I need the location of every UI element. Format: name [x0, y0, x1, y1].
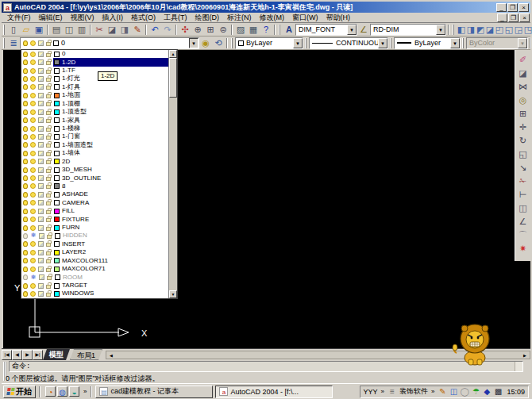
layer-thaw-sun-icon[interactable]: [30, 209, 36, 214]
tab-model[interactable]: 模型: [43, 349, 70, 360]
new-file-icon[interactable]: ▯: [7, 24, 20, 36]
layer-lock-icon[interactable]: [46, 194, 51, 198]
doc-close-button[interactable]: ×: [519, 13, 530, 22]
layer-thaw-sun-icon[interactable]: [30, 225, 36, 231]
layer-thaw-sun-icon[interactable]: [30, 200, 36, 205]
layer-frozen-snowflake-icon[interactable]: ❄: [30, 274, 37, 281]
toolbar-grip[interactable]: [390, 38, 391, 48]
layer-on-bulb-icon[interactable]: [23, 159, 28, 164]
doc-minimize-button[interactable]: _: [497, 13, 507, 22]
scroll-right-icon[interactable]: ▶: [520, 351, 530, 359]
menu-item-10[interactable]: 帮助(H): [322, 13, 355, 22]
layer-color-swatch[interactable]: [54, 225, 60, 231]
layer-on-bulb-icon[interactable]: [23, 175, 28, 181]
close-button[interactable]: ×: [519, 3, 529, 12]
restore-button[interactable]: ❐: [507, 3, 518, 12]
layer-on-bulb-icon[interactable]: [23, 291, 28, 297]
layer-row-FIXTURE[interactable]: FIXTURE: [21, 215, 177, 223]
layer-on-bulb-icon[interactable]: [23, 267, 28, 272]
explode-icon[interactable]: ✷: [517, 242, 530, 255]
layer-color-swatch[interactable]: [54, 101, 60, 106]
layer-lock-icon[interactable]: [47, 235, 52, 239]
tray-ring-icon[interactable]: ◯: [460, 387, 469, 397]
layer-on-bulb-icon[interactable]: [23, 52, 28, 57]
layer-row-1-墙体[interactable]: 1-墙体: [21, 149, 177, 157]
layer-lock-icon[interactable]: [46, 70, 51, 74]
layer-viewport-freeze-icon[interactable]: [38, 283, 44, 289]
menu-item-4[interactable]: 格式(O): [127, 13, 160, 22]
layer-on-bulb-icon[interactable]: [23, 59, 28, 65]
layer-thaw-sun-icon[interactable]: [30, 101, 36, 106]
rotate-icon[interactable]: ↻: [517, 134, 530, 148]
tray-network-icon[interactable]: ◫: [449, 387, 458, 397]
layer-viewport-freeze-icon[interactable]: [39, 274, 44, 280]
layer-on-bulb-icon[interactable]: [23, 283, 28, 289]
menu-item-2[interactable]: 视图(V): [67, 13, 98, 22]
layer-lock-icon[interactable]: [46, 152, 51, 156]
mirror-icon[interactable]: ⋈: [517, 80, 530, 94]
chevron-more-icon[interactable]: »: [380, 388, 385, 395]
layer-lock-icon[interactable]: [46, 285, 51, 289]
stretch-icon[interactable]: ↘: [517, 161, 530, 175]
layer-on-bulb-icon[interactable]: [23, 192, 28, 198]
layer-viewport-freeze-icon[interactable]: [38, 68, 44, 74]
copy-icon[interactable]: ◪: [106, 24, 118, 36]
notepad-icon[interactable]: ▤: [99, 387, 108, 396]
layer-on-bulb-icon[interactable]: [23, 84, 28, 90]
layer-on-bulb-icon[interactable]: [23, 200, 28, 205]
layer-row-1-楼梯[interactable]: 1-楼梯: [21, 125, 177, 132]
layer-viewport-freeze-icon[interactable]: [38, 192, 44, 198]
layer-thaw-sun-icon[interactable]: [30, 117, 36, 123]
layer-on-bulb-icon[interactable]: [23, 225, 28, 231]
layer-lock-icon[interactable]: [46, 169, 51, 173]
layer-viewport-freeze-icon[interactable]: [39, 233, 44, 239]
save-floppy-icon[interactable]: ▣: [33, 24, 45, 36]
toolbar-grip[interactable]: [305, 38, 306, 48]
layer-viewport-freeze-icon[interactable]: [38, 117, 44, 123]
layer-lock-icon[interactable]: [46, 227, 51, 231]
chevron-down-icon[interactable]: ▼: [293, 38, 303, 48]
layer-color-swatch[interactable]: [54, 126, 60, 132]
layer-thaw-sun-icon[interactable]: [30, 267, 36, 272]
paste-icon[interactable]: ◨: [118, 24, 131, 36]
layer-row-INSERT[interactable]: INSERT: [21, 240, 177, 248]
layer-on-bulb-icon[interactable]: [23, 151, 28, 156]
pan-icon[interactable]: ✣: [179, 24, 191, 36]
layer-on-bulb-icon[interactable]: [23, 134, 28, 140]
layer-previous-icon[interactable]: ⟲: [212, 37, 225, 49]
layer-on-bulb-icon[interactable]: [23, 126, 28, 132]
zoom-window-icon[interactable]: ⊞: [204, 24, 217, 36]
color-combo[interactable]: ByLayer ▼: [235, 37, 303, 49]
copy-object-icon[interactable]: ◪: [517, 67, 530, 80]
layer-color-swatch[interactable]: [55, 233, 60, 239]
command-history[interactable]: 命令:: [9, 361, 523, 372]
layer-color-swatch[interactable]: [54, 84, 60, 90]
layer-on-bulb-icon[interactable]: [23, 217, 28, 222]
layer-color-swatch[interactable]: [54, 192, 60, 198]
plot-printer-icon[interactable]: ▤: [50, 24, 63, 36]
layer-thaw-sun-icon[interactable]: [30, 167, 36, 173]
layer-lock-icon[interactable]: [46, 293, 51, 297]
doc-restore-button[interactable]: ❐: [508, 13, 519, 22]
layer-on-bulb-icon[interactable]: [23, 76, 28, 82]
layer-color-swatch[interactable]: [54, 241, 60, 247]
layer-frozen-snowflake-icon[interactable]: ❄: [30, 232, 37, 239]
view-swiso-icon[interactable]: ◲: [514, 24, 523, 36]
cut-scissors-icon[interactable]: ✂: [93, 24, 106, 36]
menu-item-5[interactable]: 工具(T): [160, 13, 191, 22]
layer-lock-icon[interactable]: [46, 128, 51, 132]
layer-color-swatch[interactable]: [54, 59, 60, 65]
layer-thaw-sun-icon[interactable]: [30, 142, 36, 148]
scrollbar-thumb[interactable]: [169, 58, 177, 98]
toolbar-grip[interactable]: [3, 25, 5, 35]
layer-viewport-freeze-icon[interactable]: [38, 159, 44, 164]
tray-umbrella-icon[interactable]: ☂: [471, 387, 480, 397]
layer-row-3D_OUTLINE[interactable]: 3D_OUTLINE: [21, 174, 177, 182]
erase-icon[interactable]: ✐: [517, 53, 530, 67]
view-right-icon[interactable]: ◪: [485, 24, 495, 36]
scroll-up-icon[interactable]: ▲: [169, 50, 177, 58]
layer-thaw-sun-icon[interactable]: [30, 76, 36, 82]
layer-color-swatch[interactable]: [54, 183, 60, 189]
layer-lock-icon[interactable]: [46, 144, 51, 148]
layer-row-1-家具[interactable]: 1-家具: [21, 116, 177, 124]
